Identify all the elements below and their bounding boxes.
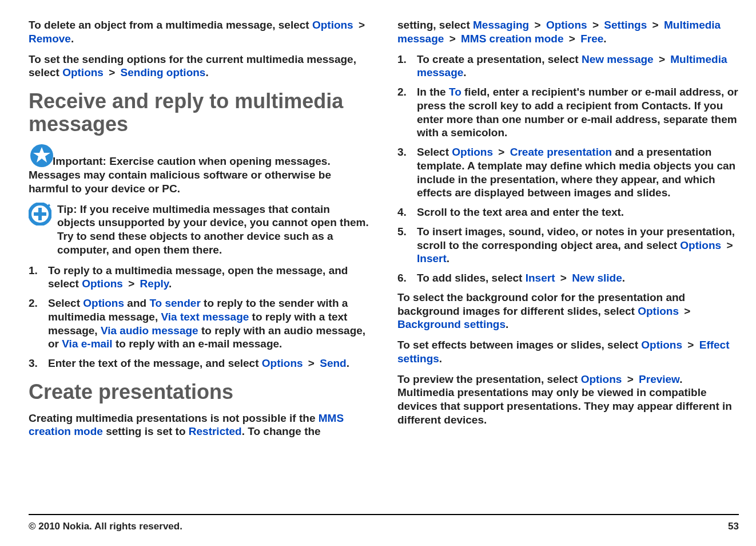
important-label: Important: <box>53 155 106 167</box>
separator: > <box>656 53 667 65</box>
text: to reply with an e-mail message. <box>113 338 282 350</box>
text: . <box>506 318 508 330</box>
text: setting, select <box>397 19 473 31</box>
link-mms-creation-mode: MMS creation mode <box>461 33 563 45</box>
list-item: Enter the text of the message, and selec… <box>29 357 370 370</box>
link-remove: Remove <box>29 33 71 45</box>
text: field, enter a recipient's number or e-m… <box>417 86 738 139</box>
separator: > <box>126 278 137 290</box>
text: Select <box>48 297 83 309</box>
reply-steps-list: To reply to a multimedia message, open t… <box>29 264 370 370</box>
separator: > <box>650 19 661 31</box>
separator: > <box>558 272 569 284</box>
link-options: Options <box>62 66 104 78</box>
link-via-email: Via e-mail <box>62 338 112 350</box>
important-block: Important: Exercise caution when opening… <box>29 143 370 196</box>
link-background-settings: Background settings <box>397 318 506 330</box>
link-free: Free <box>580 33 603 45</box>
para-delete-object: To delete an object from a multimedia me… <box>29 18 370 46</box>
text: . <box>463 66 466 78</box>
separator: > <box>590 19 601 31</box>
text: Enter the text of the message, and selec… <box>48 357 262 369</box>
text: To delete an object from a multimedia me… <box>29 19 312 31</box>
link-settings: Settings <box>604 19 647 31</box>
text: setting is set to <box>103 425 189 437</box>
text: . To change the <box>242 425 321 437</box>
text: . <box>347 357 349 369</box>
separator: > <box>682 305 693 317</box>
text: Creating multimedia presentations is not… <box>29 412 319 424</box>
footer-page-number: 53 <box>728 521 739 532</box>
text: In the <box>417 86 449 98</box>
link-reply: Reply <box>140 278 169 290</box>
heading-receive-reply: Receive and reply to multimedia messages <box>29 90 370 135</box>
list-item: In the To field, enter a recipient's num… <box>397 85 739 140</box>
separator: > <box>356 19 367 31</box>
text: To add slides, select <box>417 272 526 284</box>
list-item: To add slides, select Insert > New slide… <box>397 271 739 285</box>
tip-text: If you receive multimedia messages that … <box>57 203 369 256</box>
text: and <box>124 297 149 309</box>
link-send: Send <box>320 357 346 369</box>
list-item: To create a presentation, select New mes… <box>397 53 739 80</box>
separator: > <box>447 33 458 45</box>
link-create-presentation: Create presentation <box>510 146 612 158</box>
para-effect-settings: To set effects between images or slides,… <box>397 338 739 366</box>
link-options: Options <box>452 146 493 158</box>
text: Select <box>417 146 452 158</box>
text: To set effects between images or slides,… <box>397 339 641 351</box>
tip-block: Tip: If you receive multimedia messages … <box>29 203 370 257</box>
separator: > <box>724 239 735 251</box>
para-sending-options: To set the sending options for the curre… <box>29 53 370 80</box>
create-presentation-steps: To create a presentation, select New mes… <box>397 53 739 285</box>
link-options: Options <box>83 297 124 309</box>
text: . <box>622 272 625 284</box>
important-star-icon <box>29 143 55 168</box>
link-messaging: Messaging <box>473 19 529 31</box>
separator: > <box>685 339 696 351</box>
list-item: Select Options > Create presentation and… <box>397 145 739 200</box>
para-preview: To preview the presentation, select Opti… <box>397 373 739 427</box>
link-restricted: Restricted <box>189 425 242 437</box>
text: . <box>447 252 449 264</box>
link-insert: Insert <box>417 252 447 264</box>
list-item: To reply to a multimedia message, open t… <box>29 264 370 291</box>
separator: > <box>567 33 578 45</box>
link-insert: Insert <box>526 272 555 284</box>
link-preview: Preview <box>639 373 679 385</box>
link-via-audio: Via audio message <box>101 325 198 337</box>
tip-label: Tip: <box>57 203 77 215</box>
footer-copyright: © 2010 Nokia. All rights reserved. <box>29 521 182 532</box>
link-options: Options <box>641 339 682 351</box>
link-options: Options <box>82 278 123 290</box>
link-options: Options <box>546 19 587 31</box>
separator: > <box>625 373 636 385</box>
link-to-field: To <box>449 86 461 98</box>
text: . <box>603 33 606 45</box>
text: To create a presentation, select <box>417 53 582 65</box>
link-options: Options <box>638 305 679 317</box>
list-item: Scroll to the text area and enter the te… <box>397 205 739 219</box>
list-item: To insert images, sound, video, or notes… <box>397 225 739 266</box>
para-change-setting: setting, select Messaging > Options > Se… <box>397 18 739 46</box>
link-to-sender: To sender <box>149 297 200 309</box>
svg-rect-3 <box>34 212 46 216</box>
text: . <box>71 33 74 45</box>
link-options: Options <box>262 357 303 369</box>
separator: > <box>106 66 117 78</box>
link-options: Options <box>680 239 721 251</box>
link-new-message: New message <box>582 53 654 65</box>
text: . <box>169 278 172 290</box>
link-options: Options <box>312 19 353 31</box>
para-background-settings: To select the background color for the p… <box>397 291 739 331</box>
link-new-slide: New slide <box>572 272 622 284</box>
separator: > <box>306 357 317 369</box>
text: Scroll to the text area and enter the te… <box>417 206 624 218</box>
heading-create-presentations: Create presentations <box>29 381 370 403</box>
link-sending-options: Sending options <box>121 66 206 78</box>
page-body: To delete an object from a multimedia me… <box>0 0 756 475</box>
link-options: Options <box>581 373 622 385</box>
separator: > <box>532 19 543 31</box>
tip-plus-icon <box>29 203 51 225</box>
page-footer: © 2010 Nokia. All rights reserved. 53 <box>29 514 739 532</box>
